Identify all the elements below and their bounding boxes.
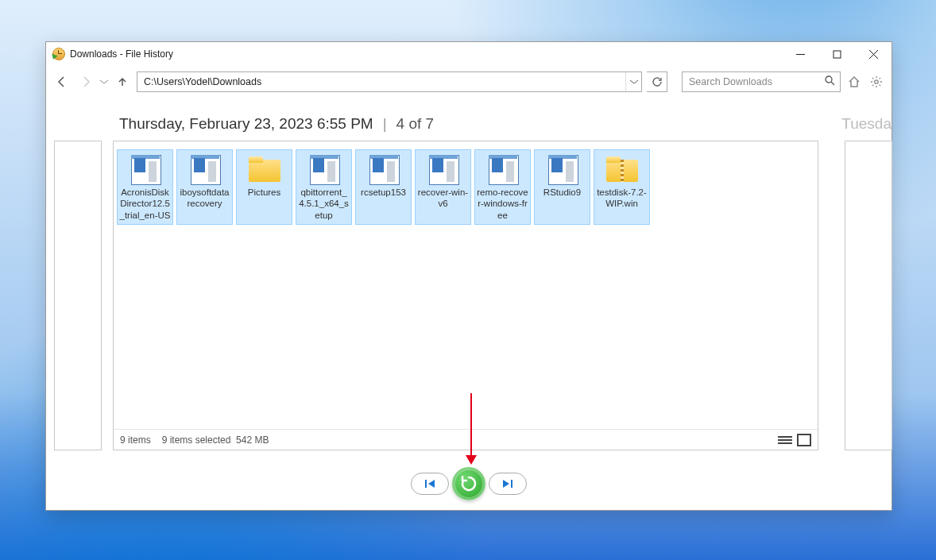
file-item[interactable]: iboysoftdatarecovery xyxy=(176,149,233,225)
zip-icon xyxy=(603,153,641,185)
maximize-button[interactable] xyxy=(818,42,855,66)
icons-view-button[interactable] xyxy=(797,434,811,446)
file-icon xyxy=(186,153,224,185)
file-item[interactable]: recover-win-v6 xyxy=(415,149,471,225)
status-selected: 9 items selected 542 MB xyxy=(162,434,269,446)
file-icon xyxy=(543,153,582,185)
toolbar xyxy=(46,66,892,98)
previous-version-button[interactable] xyxy=(411,473,449,495)
file-icon xyxy=(126,153,164,185)
file-name: Pictures xyxy=(248,187,281,198)
address-bar xyxy=(137,71,642,92)
next-version-pane[interactable] xyxy=(845,141,892,450)
version-header: Thursday, February 23, 2023 6:55 PM | 4 … xyxy=(46,98,892,141)
file-item[interactable]: AcronisDiskDirector12.5_trial_en-US xyxy=(117,149,173,225)
previous-version-pane[interactable] xyxy=(54,141,102,450)
file-icon xyxy=(305,153,343,185)
file-item[interactable]: remo-recover-windows-free xyxy=(474,149,531,225)
file-item[interactable]: RStudio9 xyxy=(534,149,590,225)
address-input[interactable] xyxy=(137,72,625,91)
file-icon xyxy=(365,153,403,185)
bottom-nav xyxy=(46,467,892,500)
file-name: AcronisDiskDirector12.5_trial_en-US xyxy=(119,187,171,221)
file-grid: AcronisDiskDirector12.5_trial_en-USiboys… xyxy=(114,141,818,429)
status-bar: 9 items 9 items selected 542 MB xyxy=(114,429,818,450)
search-box xyxy=(682,71,841,92)
address-dropdown-button[interactable] xyxy=(625,72,641,91)
file-item[interactable]: qbittorrent_4.5.1_x64_setup xyxy=(296,149,352,225)
svg-rect-4 xyxy=(511,480,512,488)
file-item[interactable]: testdisk-7.2-WIP.win xyxy=(594,149,650,225)
close-button[interactable] xyxy=(855,42,892,66)
minimize-button[interactable] xyxy=(782,42,818,66)
next-version-peek: Tuesda xyxy=(841,115,892,133)
nav-forward-button[interactable] xyxy=(76,72,95,91)
file-name: qbittorrent_4.5.1_x64_setup xyxy=(298,187,350,221)
folder-icon xyxy=(246,153,284,185)
nav-up-button[interactable] xyxy=(113,72,132,91)
file-name: remo-recover-windows-free xyxy=(477,187,528,221)
version-date: Thursday, February 23, 2023 6:55 PM xyxy=(119,115,373,133)
file-list-pane: AcronisDiskDirector12.5_trial_en-USiboys… xyxy=(113,141,818,450)
next-version-button[interactable] xyxy=(489,473,527,495)
file-name: rcsetup153 xyxy=(361,187,406,198)
file-icon xyxy=(484,153,522,185)
version-count: 4 of 7 xyxy=(396,115,435,133)
refresh-button[interactable] xyxy=(647,71,667,92)
file-name: recover-win-v6 xyxy=(417,187,469,210)
file-name: testdisk-7.2-WIP.win xyxy=(596,187,648,210)
nav-back-button[interactable] xyxy=(52,72,72,91)
details-view-button[interactable] xyxy=(778,434,792,446)
file-name: iboysoftdatarecovery xyxy=(179,187,230,210)
file-icon xyxy=(424,153,462,185)
gear-icon[interactable] xyxy=(868,73,885,91)
file-item[interactable]: Pictures xyxy=(236,149,292,225)
status-item-count: 9 items xyxy=(120,434,151,446)
file-history-window: Downloads - File History xyxy=(45,41,892,511)
file-history-icon xyxy=(52,48,65,60)
search-icon[interactable] xyxy=(825,75,835,88)
svg-rect-3 xyxy=(425,480,427,488)
titlebar: Downloads - File History xyxy=(46,42,892,66)
file-name: RStudio9 xyxy=(543,187,581,198)
file-item[interactable]: rcsetup153 xyxy=(355,149,412,225)
restore-button[interactable] xyxy=(452,467,485,500)
home-icon[interactable] xyxy=(845,73,863,91)
svg-rect-0 xyxy=(834,51,841,58)
svg-point-1 xyxy=(826,76,832,83)
nav-recent-dropdown[interactable] xyxy=(100,77,108,87)
window-title: Downloads - File History xyxy=(70,48,173,60)
svg-point-2 xyxy=(875,80,878,83)
search-input[interactable] xyxy=(687,72,822,91)
